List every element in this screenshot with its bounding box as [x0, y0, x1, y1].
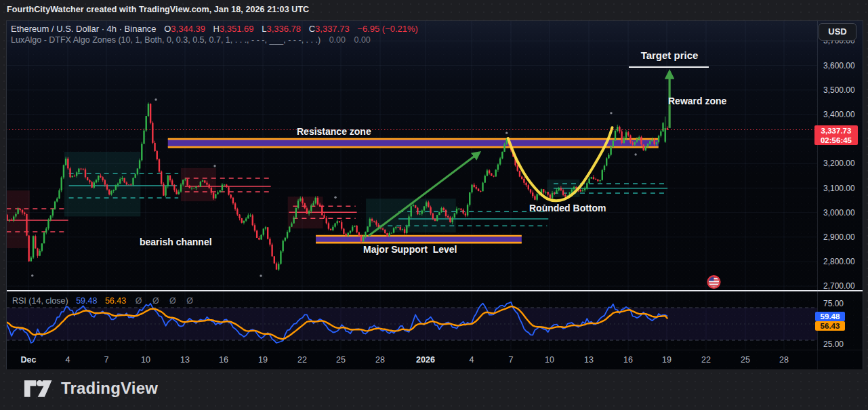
economic-event-flag-icon[interactable]	[707, 276, 720, 288]
time-axis-label: 22	[297, 355, 307, 365]
time-axis-label: 22	[701, 355, 711, 365]
rsi-axis-label: 75.00	[823, 298, 844, 309]
tradingview-logo[interactable]: TradingView	[24, 379, 158, 398]
bearish-channel-label[interactable]: bearish channel	[140, 237, 212, 247]
right-margin	[863, 20, 868, 369]
last-price-badge: 3,337.73 02:56:45	[814, 125, 858, 145]
time-axis-label: 10	[545, 355, 554, 365]
price-axis-label: 3,400.00	[823, 109, 855, 120]
time-axis-label: 16	[623, 355, 633, 365]
low-value: 3,336.78	[266, 24, 301, 34]
time-axis-label: 13	[180, 355, 190, 365]
rsi-axis-label: 25.00	[823, 339, 844, 350]
time-axis-label: 28	[375, 355, 385, 365]
reward-zone-label[interactable]: Reward zone	[668, 96, 726, 106]
symbol-title[interactable]: Ethereum / U.S. Dollar · 4h · Binance	[11, 24, 157, 34]
chart-widget: Ethereum / U.S. Dollar · 4h · Binance O3…	[0, 20, 868, 369]
open-value: 3,344.39	[171, 24, 205, 34]
rounded-bottom-label[interactable]: Rounded Bottom	[529, 203, 606, 213]
price-axis-label: 3,000.00	[823, 207, 855, 218]
tradingview-snapshot: { "attribution": { "text": "FourthCityWa…	[0, 0, 868, 410]
rsi-legend[interactable]: RSI (14, close) 59.48 56.43 Ø Ø Ø Ø	[12, 296, 197, 306]
close-value: 3,337.73	[315, 24, 350, 34]
currency-toggle-button[interactable]: USD	[819, 23, 856, 41]
price-axis-label: 2,800.00	[823, 256, 855, 267]
time-axis-label: 19	[258, 355, 268, 365]
time-axis-label: 2026	[416, 355, 435, 365]
indicator-legend[interactable]: LuxAlgo - DTFX Algo Zones (10, 1, Both, …	[11, 35, 371, 45]
rsi-value: 59.48	[76, 296, 97, 306]
resistance-zone-label[interactable]: Resistance zone	[297, 126, 371, 137]
rsi-null-values: Ø Ø Ø Ø	[136, 296, 197, 306]
price-axis-label: 2,900.00	[823, 232, 855, 243]
price-axis-label: 2,700.00	[823, 281, 855, 291]
rsi-ma-value: 56.43	[105, 296, 126, 306]
indicator-title[interactable]: LuxAlgo - DTFX Algo Zones (10, 1, Both, …	[11, 35, 321, 45]
price-chart-canvas[interactable]	[0, 21, 863, 370]
indicator-value-1: 0.00	[329, 35, 346, 45]
time-axis-label: 19	[662, 355, 671, 365]
attribution-bar: FourthCityWatcher created with TradingVi…	[0, 0, 868, 20]
time-axis[interactable]: Dec471013161922252820264710131619222528	[0, 350, 863, 371]
time-axis-label: 4	[66, 355, 70, 365]
left-margin	[0, 20, 7, 369]
rsi-value-badge: 59.48	[815, 312, 845, 321]
time-axis-label: 25	[741, 355, 750, 365]
time-axis-label: 16	[219, 355, 228, 365]
indicator-value-2: 0.00	[354, 35, 370, 45]
rsi-ma-value-badge: 56.43	[815, 321, 845, 331]
pane-separator[interactable]	[0, 290, 868, 291]
time-axis-label: Dec	[21, 355, 37, 365]
open-label: O	[164, 24, 171, 34]
time-axis-label: 7	[509, 355, 514, 365]
change-value: −6.95 (−0.21%)	[357, 24, 418, 34]
major-support-label[interactable]: Major Support Level	[363, 244, 457, 255]
price-axis-label: 3,500.00	[823, 85, 855, 96]
symbol-legend[interactable]: Ethereum / U.S. Dollar · 4h · Binance O3…	[11, 24, 418, 34]
high-value: 3,351.69	[220, 24, 254, 34]
tradingview-logo-icon	[24, 380, 52, 398]
time-axis-label: 25	[336, 355, 346, 365]
close-label: C	[309, 24, 315, 34]
time-axis-label: 7	[104, 355, 109, 365]
bar-countdown: 02:56:45	[814, 136, 858, 146]
time-axis-label: 10	[141, 355, 150, 365]
time-axis-label: 13	[584, 355, 594, 365]
time-axis-label: 28	[779, 355, 789, 365]
target-price-line[interactable]	[629, 66, 709, 68]
last-price-value: 3,337.73	[814, 126, 858, 136]
price-axis-label: 3,600.00	[823, 60, 855, 71]
price-axis-label: 3,200.00	[823, 158, 855, 169]
target-price-label[interactable]: Target price	[629, 49, 710, 61]
price-axis-label: 3,100.00	[823, 183, 855, 194]
high-label: H	[213, 24, 220, 34]
attribution-text: FourthCityWatcher created with TradingVi…	[7, 5, 309, 14]
tradingview-logo-text: TradingView	[61, 379, 158, 398]
rsi-title[interactable]: RSI (14, close)	[12, 296, 68, 306]
time-axis-label: 4	[470, 355, 474, 365]
brand-bar: TradingView	[0, 369, 868, 410]
